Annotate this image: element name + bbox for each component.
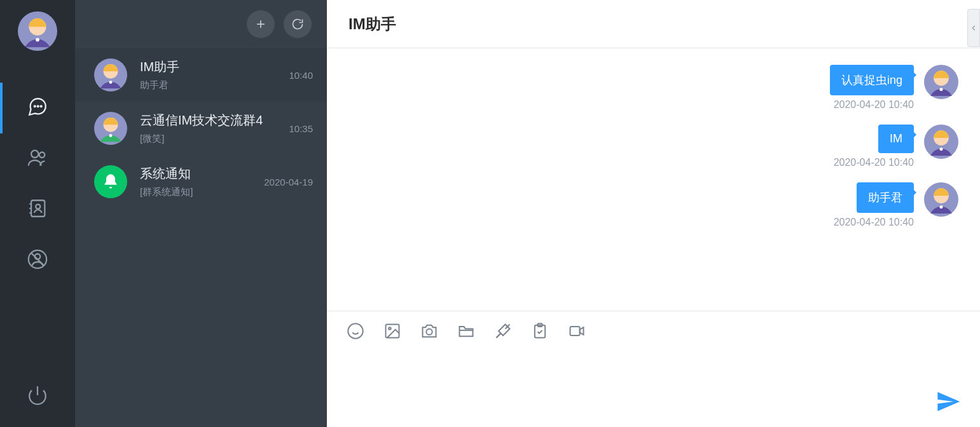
composer [327, 311, 980, 427]
bell-icon [102, 173, 120, 191]
message-bubble: 助手君 [857, 182, 914, 213]
conversation-time: 10:40 [289, 70, 313, 81]
conversation-preview: [群系统通知] [140, 186, 259, 198]
send-icon [935, 389, 961, 414]
refresh-button[interactable] [284, 10, 312, 38]
image-button[interactable] [383, 322, 402, 341]
conversation-avatar [94, 165, 127, 198]
video-icon [568, 322, 586, 340]
contacts-icon [27, 147, 48, 168]
conversation-item[interactable]: 系统通知 [群系统通知] 2020-04-19 [75, 155, 327, 208]
conversation-time: 10:35 [289, 123, 313, 134]
chat-panel: IM助手 认真捉虫ing 2020-04-20 10:40 IM 2020-04… [327, 0, 980, 427]
nav-active-indicator [0, 83, 3, 133]
folder-icon [457, 322, 475, 340]
conversation-name: 云通信IM技术交流群4 [140, 112, 284, 129]
conversation-item[interactable]: 云通信IM技术交流群4 [微笑] 10:35 [75, 102, 327, 155]
blocked-icon [27, 248, 48, 270]
conversation-list-header [75, 0, 327, 48]
conversation-meta: 云通信IM技术交流群4 [微笑] [140, 112, 284, 145]
conversation-name: 系统通知 [140, 165, 259, 182]
chat-header: IM助手 [327, 0, 980, 48]
nav-contacts[interactable] [25, 145, 50, 170]
emoji-button[interactable] [346, 322, 365, 341]
svg-rect-43 [570, 327, 580, 336]
addressbook-icon [27, 198, 48, 219]
nav-blocked[interactable] [25, 247, 50, 272]
svg-point-27 [939, 88, 942, 91]
chevron-left-icon [969, 24, 978, 32]
new-conversation-button[interactable] [247, 10, 275, 38]
nav-power[interactable] [25, 383, 50, 408]
chat-icon [27, 96, 48, 118]
tools-icon [494, 322, 512, 340]
svg-point-6 [31, 151, 38, 158]
conversation-avatar [94, 58, 127, 92]
app-root: IM助手 助手君 10:40 云通信IM技术交流群4 [微笑] 10:35 系统… [0, 0, 980, 427]
svg-point-21 [109, 81, 113, 84]
task-button[interactable] [530, 322, 549, 341]
image-icon [383, 322, 401, 340]
message-avatar [924, 182, 958, 217]
nav-rail [0, 0, 75, 427]
video-button[interactable] [567, 322, 586, 341]
message-row: IM 2020-04-20 10:40 [349, 125, 958, 168]
message-row: 认真捉虫ing 2020-04-20 10:40 [349, 65, 958, 111]
conversation-preview: [微笑] [140, 133, 284, 145]
svg-point-33 [939, 205, 942, 208]
conversation-preview: 助手君 [140, 79, 284, 92]
svg-point-4 [38, 105, 39, 107]
chat-messages[interactable]: 认真捉虫ing 2020-04-20 10:40 IM 2020-04-20 1… [327, 48, 980, 311]
svg-point-34 [348, 323, 362, 338]
message-content: IM 2020-04-20 10:40 [834, 125, 914, 168]
svg-point-39 [426, 329, 432, 335]
folder-button[interactable] [457, 322, 476, 341]
message-content: 助手君 2020-04-20 10:40 [834, 182, 914, 228]
message-time: 2020-04-20 10:40 [834, 99, 914, 111]
collapse-sidebar-button[interactable] [967, 9, 980, 47]
chat-title: IM助手 [349, 14, 396, 34]
refresh-icon [291, 18, 304, 30]
message-bubble: 认真捉虫ing [830, 65, 914, 95]
nav-chat[interactable] [25, 94, 50, 119]
message-bubble: IM [878, 125, 914, 153]
conversation-item[interactable]: IM助手 助手君 10:40 [75, 48, 327, 102]
clipboard-check-icon [531, 322, 549, 340]
conversation-name: IM助手 [140, 58, 284, 76]
emoji-icon [347, 322, 364, 340]
message-avatar [924, 125, 958, 159]
conversation-list: IM助手 助手君 10:40 云通信IM技术交流群4 [微笑] 10:35 系统… [75, 0, 327, 427]
message-time: 2020-04-20 10:40 [834, 217, 914, 228]
conversation-meta: IM助手 助手君 [140, 58, 284, 92]
self-avatar[interactable] [18, 11, 57, 51]
message-content: 认真捉虫ing 2020-04-20 10:40 [830, 65, 914, 111]
conversation-meta: 系统通知 [群系统通知] [140, 165, 259, 198]
conversation-avatar [94, 112, 127, 145]
message-input[interactable] [346, 353, 961, 414]
message-row: 助手君 2020-04-20 10:40 [349, 182, 958, 228]
composer-toolbar [327, 311, 980, 351]
composer-input-area [327, 351, 980, 427]
svg-point-12 [36, 205, 40, 209]
send-button[interactable] [935, 389, 961, 414]
plus-icon [254, 18, 267, 30]
message-avatar [924, 65, 958, 99]
svg-point-2 [36, 38, 39, 42]
message-time: 2020-04-20 10:40 [834, 157, 914, 168]
camera-button[interactable] [420, 322, 439, 341]
svg-point-3 [34, 105, 36, 107]
svg-point-24 [109, 134, 113, 137]
camera-icon [420, 322, 438, 340]
conversation-time: 2020-04-19 [264, 177, 313, 187]
tools-button[interactable] [493, 322, 513, 341]
svg-point-5 [41, 105, 42, 107]
svg-point-38 [389, 327, 391, 330]
power-icon [27, 384, 48, 406]
svg-point-7 [39, 152, 45, 158]
nav-addressbook[interactable] [25, 196, 50, 221]
svg-point-30 [939, 147, 942, 151]
